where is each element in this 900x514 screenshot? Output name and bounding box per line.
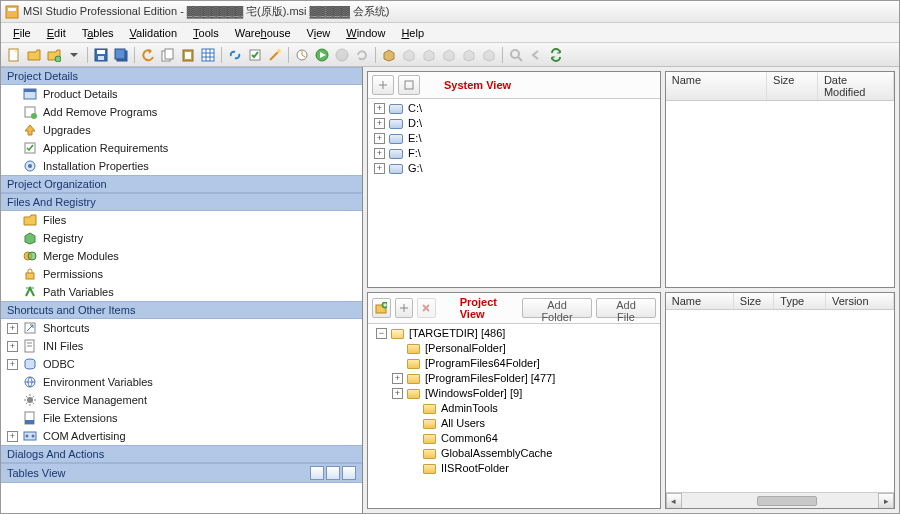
nav-service-management[interactable]: Service Management [1,391,362,409]
nav-com-advertising[interactable]: COM Advertising [1,427,362,445]
tb-back-icon[interactable] [527,46,545,64]
nav-application-requirements[interactable]: Application Requirements [1,139,362,157]
scroll-left-icon[interactable]: ◂ [666,493,682,509]
nav-registry[interactable]: Registry [1,229,362,247]
col-name[interactable]: Name [666,72,767,100]
tb-box6-icon[interactable] [480,46,498,64]
system-list-body[interactable] [666,101,894,287]
tb-search-icon[interactable] [507,46,525,64]
proj-node[interactable]: All Users [372,416,656,431]
project-view-tree[interactable]: −[TARGETDIR] [486][PersonalFolder][Progr… [368,324,660,508]
nav-installation-properties[interactable]: Installation Properties [1,157,362,175]
section-shortcuts-and-other-items[interactable]: Shortcuts and Other Items [1,301,362,319]
tb-sync-icon[interactable] [547,46,565,64]
proj-node[interactable]: +[WindowsFolder] [9] [372,386,656,401]
section-project-details[interactable]: Project Details [1,67,362,85]
drive-G[interactable]: +G:\ [372,161,656,176]
project-list-body[interactable] [666,310,894,492]
tb-wizard-icon[interactable] [266,46,284,64]
col-version2[interactable]: Version [826,293,894,309]
proj-node[interactable]: GlobalAssemblyCache [372,446,656,461]
horizontal-scrollbar[interactable]: ◂ ▸ [666,492,894,508]
tb-box1-icon[interactable] [380,46,398,64]
proj-node[interactable]: AdminTools [372,401,656,416]
col-size2[interactable]: Size [734,293,775,309]
tb-box5-icon[interactable] [460,46,478,64]
menu-file[interactable]: File [5,25,39,41]
tb-paste-icon[interactable] [179,46,197,64]
section-project-organization[interactable]: Project Organization [1,175,362,193]
nav-environment-variables[interactable]: Environment Variables [1,373,362,391]
tb-copy-icon[interactable] [159,46,177,64]
menu-tables[interactable]: Tables [74,25,122,41]
col-size[interactable]: Size [767,72,818,100]
projview-new-button[interactable] [372,298,391,318]
sysview-expand-button[interactable] [372,75,394,95]
expand-icon[interactable]: + [374,118,385,129]
proj-node[interactable]: IISRootFolder [372,461,656,476]
nav-shortcuts[interactable]: Shortcuts [1,319,362,337]
scroll-right-icon[interactable]: ▸ [878,493,894,509]
drive-F[interactable]: +F:\ [372,146,656,161]
tb-open2-icon[interactable] [45,46,63,64]
menu-warehouse[interactable]: Warehouse [227,25,299,41]
expand-icon[interactable]: − [376,328,387,339]
nav-ini-files[interactable]: INI Files [1,337,362,355]
expand-icon[interactable]: + [374,163,385,174]
system-view-tree[interactable]: +C:\+D:\+E:\+F:\+G:\ [368,99,660,287]
expand-icon[interactable]: + [374,148,385,159]
drive-E[interactable]: +E:\ [372,131,656,146]
sysview-collapse-button[interactable] [398,75,420,95]
nav-path-variables[interactable]: Path Variables [1,283,362,301]
nav-add-remove-programs[interactable]: Add Remove Programs [1,103,362,121]
nav-files[interactable]: Files [1,211,362,229]
nav-product-details[interactable]: Product Details [1,85,362,103]
nav-permissions[interactable]: Permissions [1,265,362,283]
tb-save-icon[interactable] [92,46,110,64]
tb-undo-icon[interactable] [139,46,157,64]
expand-icon[interactable]: + [392,388,403,399]
section-files-and-registry[interactable]: Files And Registry [1,193,362,211]
menu-edit[interactable]: Edit [39,25,74,41]
drive-C[interactable]: +C:\ [372,101,656,116]
add-file-button[interactable]: Add File [596,298,655,318]
nav-upgrades[interactable]: Upgrades [1,121,362,139]
tb-new-icon[interactable] [5,46,23,64]
col-name2[interactable]: Name [666,293,734,309]
tb-dropdown-icon[interactable] [65,46,83,64]
tb-saveall-icon[interactable] [112,46,130,64]
nav-merge-modules[interactable]: Merge Modules [1,247,362,265]
section-dialogs-and-actions[interactable]: Dialogs And Actions [1,445,362,463]
proj-node[interactable]: +[ProgramFilesFolder] [477] [372,371,656,386]
col-date[interactable]: Date Modified [818,72,894,100]
tb-link-icon[interactable] [226,46,244,64]
nav-odbc[interactable]: ODBC [1,355,362,373]
add-folder-button[interactable]: Add Folder [522,298,593,318]
col-type2[interactable]: Type [774,293,826,309]
proj-node[interactable]: Common64 [372,431,656,446]
tables-grid3-icon[interactable] [342,466,356,480]
scroll-thumb[interactable] [757,496,817,506]
tb-refresh-icon[interactable] [353,46,371,64]
projview-delete-button[interactable] [417,298,436,318]
expand-icon[interactable]: + [392,373,403,384]
menu-window[interactable]: Window [338,25,393,41]
tb-validate-icon[interactable] [246,46,264,64]
menu-help[interactable]: Help [393,25,432,41]
tb-box4-icon[interactable] [440,46,458,64]
expand-icon[interactable]: + [374,103,385,114]
projview-expand-button[interactable] [395,298,414,318]
nav-file-extensions[interactable]: File Extensions [1,409,362,427]
proj-node[interactable]: [ProgramFiles64Folder] [372,356,656,371]
tb-go-icon[interactable] [313,46,331,64]
menu-validation[interactable]: Validation [122,25,186,41]
section-tables-view[interactable]: Tables View [1,463,362,483]
menu-view[interactable]: View [299,25,339,41]
proj-node[interactable]: −[TARGETDIR] [486] [372,326,656,341]
tb-table-icon[interactable] [199,46,217,64]
menu-tools[interactable]: Tools [185,25,227,41]
tb-box2-icon[interactable] [400,46,418,64]
proj-node[interactable]: [PersonalFolder] [372,341,656,356]
tb-box3-icon[interactable] [420,46,438,64]
tb-stop-icon[interactable] [333,46,351,64]
